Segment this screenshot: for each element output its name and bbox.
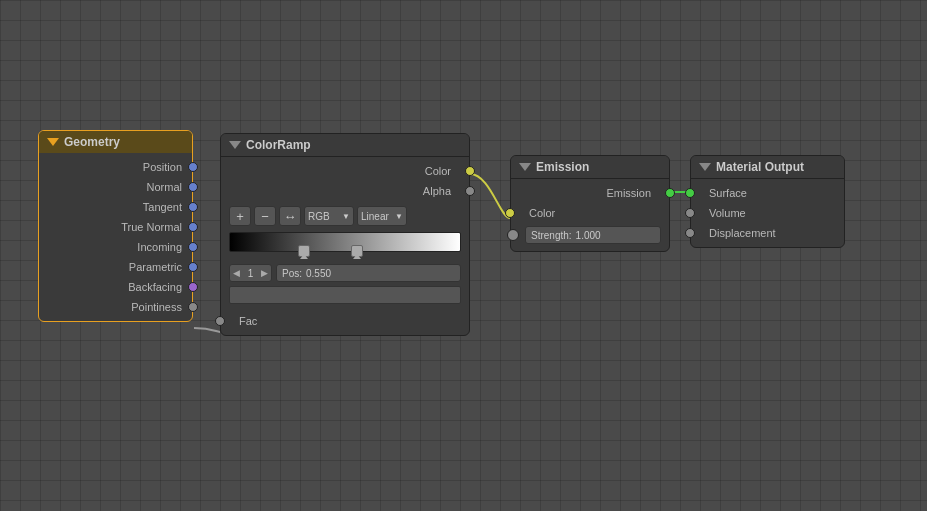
emission-strength-value: 1.000 xyxy=(576,230,601,241)
colorramp-alpha-label: Alpha xyxy=(221,185,461,197)
geometry-pointiness-label: Pointiness xyxy=(39,301,192,313)
material-output-node-body: Surface Volume Displacement xyxy=(691,179,844,247)
colorramp-output-alpha: Alpha xyxy=(221,181,469,201)
colorramp-node-body: Color Alpha + − ↔ RGB ▼ Linear ▼ xyxy=(221,157,469,335)
geometry-output-normal: Normal xyxy=(39,177,192,197)
colorramp-stepper-up[interactable]: ▶ xyxy=(258,268,271,278)
colorramp-rgb-arrow: ▼ xyxy=(342,212,350,221)
colorramp-gradient-bar[interactable] xyxy=(229,232,461,252)
emission-strength-label: Strength: xyxy=(531,230,572,241)
emission-output-label: Emission xyxy=(511,187,661,199)
geometry-output-backfacing: Backfacing xyxy=(39,277,192,297)
geometry-truenormal-label: True Normal xyxy=(39,221,192,233)
material-displacement-label: Displacement xyxy=(699,227,844,239)
geometry-tangent-label: Tangent xyxy=(39,201,192,213)
emission-output-socket[interactable] xyxy=(665,188,675,198)
material-output-displacement: Displacement xyxy=(691,223,844,243)
colorramp-output-color: Color xyxy=(221,161,469,181)
material-surface-label: Surface xyxy=(699,187,844,199)
geometry-backfacing-label: Backfacing xyxy=(39,281,192,293)
geometry-output-parametric: Parametric xyxy=(39,257,192,277)
colorramp-rgb-value: RGB xyxy=(308,211,330,222)
colorramp-stop-stepper[interactable]: ◀ 1 ▶ xyxy=(229,264,272,282)
material-output-node: Material Output Surface Volume Displacem… xyxy=(690,155,845,248)
emission-input-color: Color xyxy=(511,203,669,223)
geometry-node-header: Geometry xyxy=(39,131,192,153)
material-volume-label: Volume xyxy=(699,207,844,219)
connection-pointiness-fac xyxy=(194,328,220,332)
emission-node-body: Emission Color Strength: 1.000 xyxy=(511,179,669,251)
geometry-parametric-socket[interactable] xyxy=(188,262,198,272)
colorramp-fac-socket[interactable] xyxy=(215,316,225,326)
colorramp-toolbar: + − ↔ RGB ▼ Linear ▼ xyxy=(229,206,461,226)
colorramp-pos-field[interactable]: Pos: 0.550 xyxy=(276,264,461,282)
geometry-node: Geometry Position Normal Tangent True No… xyxy=(38,130,193,322)
emission-output-emission: Emission xyxy=(511,183,669,203)
geometry-output-position: Position xyxy=(39,157,192,177)
colorramp-controls: + − ↔ RGB ▼ Linear ▼ ◀ 1 xyxy=(221,201,469,309)
colorramp-color-preview[interactable] xyxy=(229,286,461,304)
colorramp-stop-1[interactable] xyxy=(352,245,362,259)
geometry-output-tangent: Tangent xyxy=(39,197,192,217)
colorramp-stepper-down[interactable]: ◀ xyxy=(230,268,243,278)
colorramp-swap-button[interactable]: ↔ xyxy=(279,206,301,226)
colorramp-stop-0[interactable] xyxy=(299,245,309,259)
colorramp-interp-arrow: ▼ xyxy=(395,212,403,221)
geometry-backfacing-socket[interactable] xyxy=(188,282,198,292)
colorramp-interp-value: Linear xyxy=(361,211,389,222)
colorramp-node-header: ColorRamp xyxy=(221,134,469,157)
geometry-incoming-socket[interactable] xyxy=(188,242,198,252)
geometry-pointiness-socket[interactable] xyxy=(188,302,198,312)
material-output-node-title: Material Output xyxy=(716,160,804,174)
geometry-normal-label: Normal xyxy=(39,181,192,193)
material-surface-socket[interactable] xyxy=(685,188,695,198)
geometry-tangent-socket[interactable] xyxy=(188,202,198,212)
geometry-node-title: Geometry xyxy=(64,135,120,149)
colorramp-collapse-triangle[interactable] xyxy=(229,141,241,149)
geometry-collapse-triangle[interactable] xyxy=(47,138,59,146)
emission-color-socket[interactable] xyxy=(505,208,515,218)
material-output-collapse-triangle[interactable] xyxy=(699,163,711,171)
emission-node-title: Emission xyxy=(536,160,589,174)
emission-strength-field[interactable]: Strength: 1.000 xyxy=(525,226,661,244)
geometry-position-socket[interactable] xyxy=(188,162,198,172)
colorramp-stop-index: 1 xyxy=(243,268,258,279)
geometry-position-label: Position xyxy=(39,161,192,173)
connection-color-emission xyxy=(470,174,510,218)
geometry-normal-socket[interactable] xyxy=(188,182,198,192)
emission-node: Emission Emission Color Strength: 1.000 xyxy=(510,155,670,252)
geometry-node-body: Position Normal Tangent True Normal Inco… xyxy=(39,153,192,321)
colorramp-pos-value: 0.550 xyxy=(306,268,331,279)
material-volume-socket[interactable] xyxy=(685,208,695,218)
colorramp-pos-label: Pos: xyxy=(282,268,302,279)
colorramp-rgb-select[interactable]: RGB ▼ xyxy=(304,206,354,226)
geometry-output-incoming: Incoming xyxy=(39,237,192,257)
colorramp-interp-select[interactable]: Linear ▼ xyxy=(357,206,407,226)
geometry-parametric-label: Parametric xyxy=(39,261,192,273)
colorramp-input-fac: Fac xyxy=(221,311,469,331)
emission-color-label: Color xyxy=(519,207,669,219)
colorramp-node: ColorRamp Color Alpha + − ↔ RGB ▼ Linear xyxy=(220,133,470,336)
colorramp-stop-row: ◀ 1 ▶ Pos: 0.550 xyxy=(229,264,461,282)
colorramp-remove-stop-button[interactable]: − xyxy=(254,206,276,226)
geometry-output-pointiness: Pointiness xyxy=(39,297,192,317)
geometry-truenormal-socket[interactable] xyxy=(188,222,198,232)
colorramp-alpha-socket[interactable] xyxy=(465,186,475,196)
colorramp-fac-label: Fac xyxy=(229,315,469,327)
colorramp-node-title: ColorRamp xyxy=(246,138,311,152)
emission-collapse-triangle[interactable] xyxy=(519,163,531,171)
colorramp-color-socket[interactable] xyxy=(465,166,475,176)
material-displacement-socket[interactable] xyxy=(685,228,695,238)
colorramp-color-label: Color xyxy=(221,165,461,177)
material-output-volume: Volume xyxy=(691,203,844,223)
geometry-incoming-label: Incoming xyxy=(39,241,192,253)
colorramp-add-stop-button[interactable]: + xyxy=(229,206,251,226)
material-output-surface: Surface xyxy=(691,183,844,203)
material-output-node-header: Material Output xyxy=(691,156,844,179)
geometry-output-truenormal: True Normal xyxy=(39,217,192,237)
emission-node-header: Emission xyxy=(511,156,669,179)
